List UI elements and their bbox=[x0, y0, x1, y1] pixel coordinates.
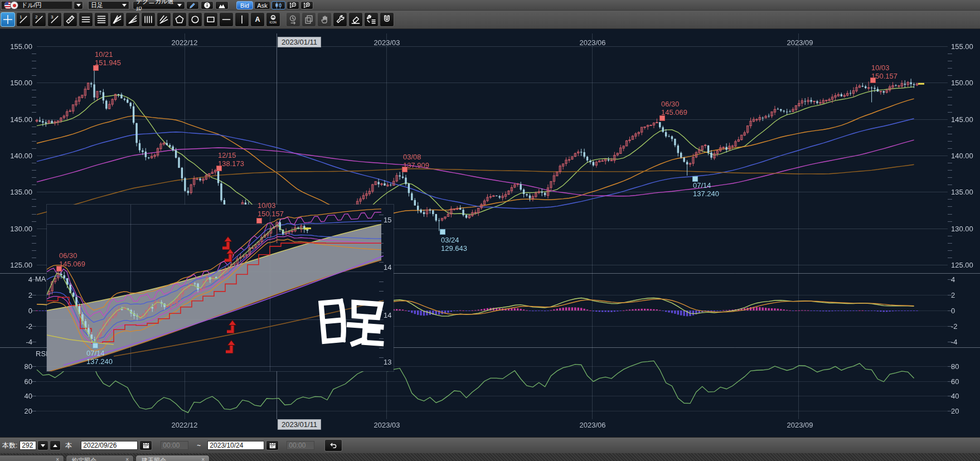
annotation-date: 03/08 bbox=[403, 153, 429, 161]
copy-icon bbox=[303, 14, 314, 25]
annotation-marker bbox=[440, 229, 445, 235]
close-icon[interactable]: × bbox=[118, 457, 129, 461]
candle-chart-button[interactable] bbox=[271, 1, 285, 9]
annotation-date: 06/30 bbox=[59, 251, 85, 260]
zoom-in-button[interactable] bbox=[300, 1, 313, 9]
rsi-axis-label-right: 60 bbox=[951, 377, 959, 385]
close-icon[interactable]: × bbox=[193, 457, 205, 461]
rsi-axis-label-left: 40 bbox=[2, 392, 32, 400]
annotation-price: 137.240 bbox=[86, 357, 113, 366]
annotation-marker bbox=[93, 65, 99, 71]
inset-annotation: 10/03150.157 bbox=[258, 201, 284, 218]
macd-axis-label-right: 4 bbox=[951, 275, 955, 284]
calendar-from-button[interactable] bbox=[139, 440, 152, 450]
vertical-grid-button[interactable] bbox=[141, 12, 156, 27]
text-button[interactable]: A bbox=[250, 12, 265, 27]
info-button[interactable] bbox=[201, 1, 214, 9]
rsi-axis-label-right: 40 bbox=[951, 392, 959, 400]
tool-settings-list-button[interactable] bbox=[364, 12, 379, 27]
bar-count-input[interactable]: 292 bbox=[20, 441, 36, 450]
count-increase-button[interactable] bbox=[50, 440, 61, 450]
settings-button[interactable] bbox=[333, 12, 347, 27]
magnet-icon bbox=[381, 14, 392, 25]
inset-annotation-marker bbox=[93, 343, 98, 348]
gann-fan-button[interactable] bbox=[110, 12, 124, 27]
pentagon-button[interactable] bbox=[172, 12, 187, 27]
parallel-lines-button[interactable] bbox=[79, 12, 93, 27]
rsi-axis-label-right: 80 bbox=[951, 362, 959, 371]
price-axis-label-right: 140.00 bbox=[951, 151, 973, 159]
ray-lines-button[interactable] bbox=[157, 12, 171, 27]
vertical-line-button[interactable] bbox=[235, 12, 249, 27]
annotation-date: 07/14 bbox=[86, 349, 113, 357]
ellipse-button[interactable] bbox=[188, 12, 202, 27]
technical-select-button[interactable]: テクニカル選択 bbox=[133, 1, 185, 9]
trendline-2-button[interactable]: 2 bbox=[32, 12, 46, 27]
trend1-icon: 1 bbox=[18, 14, 29, 25]
price-annotation: 06/30145.069 bbox=[661, 100, 687, 117]
wrench-icon bbox=[334, 14, 346, 25]
svg-text:ICON: ICON bbox=[270, 21, 277, 24]
annotation-marker bbox=[402, 167, 407, 172]
annotation-price: 151.945 bbox=[95, 59, 121, 67]
macd-axis-label-left: 0 bbox=[2, 307, 32, 315]
draw-pencil-button[interactable] bbox=[186, 1, 199, 9]
annotation-date: 07/14 bbox=[693, 181, 719, 190]
gann-icon bbox=[111, 14, 123, 25]
annotation-price: 150.157 bbox=[258, 210, 284, 218]
tab-label: 約定照会 bbox=[72, 457, 96, 461]
symbol-select[interactable]: ドル/円 bbox=[1, 1, 72, 9]
drag-button bbox=[317, 12, 332, 27]
macd-axis-label-left: -4 bbox=[2, 338, 32, 346]
rectangle-button[interactable] bbox=[203, 12, 218, 27]
ask-button[interactable]: Ask bbox=[254, 1, 270, 9]
zoom-out-button[interactable] bbox=[287, 1, 299, 9]
date-to-input[interactable]: 2023/10/24 bbox=[207, 441, 264, 450]
count-decrease-button[interactable] bbox=[37, 440, 48, 450]
crosshair-button[interactable] bbox=[1, 12, 15, 27]
svg-text:1: 1 bbox=[20, 14, 22, 20]
bottom-tab[interactable]: 注文照会× bbox=[0, 455, 64, 461]
history-button bbox=[286, 12, 300, 27]
eraser-button[interactable] bbox=[348, 12, 363, 27]
up-elbow-arrow-icon bbox=[225, 319, 239, 333]
reset-range-button[interactable] bbox=[324, 439, 342, 452]
rsi-axis-label-left: 80 bbox=[2, 362, 32, 371]
price-annotation: 07/14137.240 bbox=[693, 181, 719, 198]
inset-truncated-price-label: 13 bbox=[384, 358, 391, 366]
fan-icon bbox=[127, 14, 138, 25]
trendline-3-button[interactable]: 3 bbox=[47, 12, 62, 27]
fan-lines-button[interactable] bbox=[125, 12, 140, 27]
symbol-dropdown-button[interactable] bbox=[74, 1, 83, 9]
area-chart-button[interactable] bbox=[215, 1, 229, 9]
bid-button[interactable]: Bid bbox=[236, 1, 253, 9]
ruler-button[interactable] bbox=[63, 12, 77, 27]
handwritten-annotation bbox=[316, 295, 385, 351]
period-select[interactable]: 日足 bbox=[88, 1, 129, 9]
icon-stamp-button[interactable]: ICON bbox=[266, 12, 280, 27]
trendline-1-button[interactable]: 1 bbox=[16, 12, 31, 27]
magnet-snap-button[interactable] bbox=[380, 12, 394, 27]
price-annotation: 03/24129.643 bbox=[441, 236, 467, 253]
calendar-to-button[interactable] bbox=[266, 440, 279, 450]
x-axis-date-top: 2023/06 bbox=[580, 38, 606, 47]
annotation-date: 10/03 bbox=[258, 201, 284, 210]
trading-app-window: ドル/円 日足 テクニカル選択 Bid Ask 123AICON 155.001… bbox=[0, 0, 980, 461]
close-icon[interactable]: × bbox=[48, 457, 59, 461]
triangle-up-icon bbox=[53, 444, 57, 447]
bottom-tab[interactable]: 約定照会× bbox=[66, 455, 134, 461]
ask-label: Ask bbox=[257, 2, 267, 9]
macd-panel-title: MA bbox=[35, 275, 46, 283]
text-icon: A bbox=[252, 14, 263, 25]
date-from-input[interactable]: 2022/09/26 bbox=[81, 441, 138, 450]
price-axis-label-left: 125.00 bbox=[2, 260, 32, 269]
annotation-marker bbox=[870, 77, 876, 83]
annotation-price: 145.069 bbox=[59, 260, 85, 268]
bottom-tab[interactable]: 建玉照会× bbox=[135, 455, 210, 461]
eraser-icon bbox=[350, 14, 361, 25]
multi-parallel-lines-button[interactable] bbox=[94, 12, 109, 27]
top-toolbar: ドル/円 日足 テクニカル選択 Bid Ask bbox=[0, 0, 980, 11]
jp-flag-icon bbox=[10, 1, 18, 9]
annotation-date: 12/15 bbox=[218, 151, 244, 159]
horizontal-line-button[interactable] bbox=[219, 12, 234, 27]
